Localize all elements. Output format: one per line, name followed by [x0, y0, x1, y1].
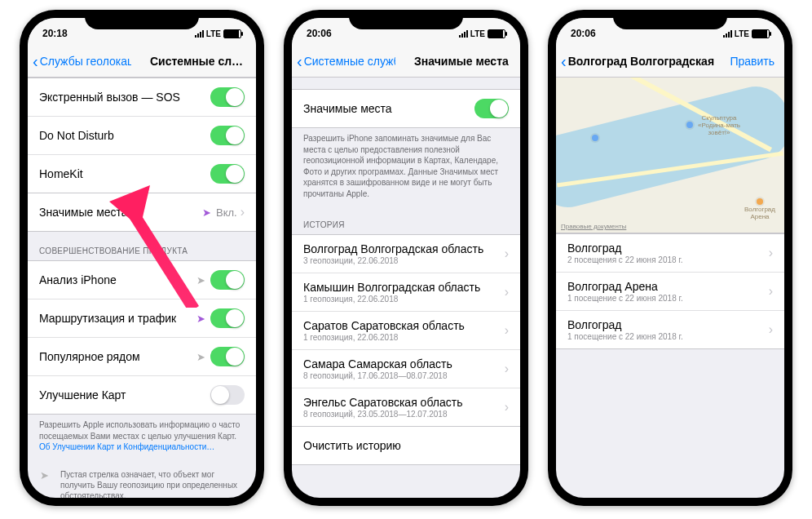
cell-label: Экстренный вызов — SOS: [39, 91, 210, 104]
cell-title: Камышин Волгоградская область: [303, 281, 505, 294]
cell-col: Энгельс Саратовская область 8 геопозиций…: [303, 393, 505, 422]
cell-title: Волгоград Арена: [567, 280, 769, 293]
chevron-right-icon: ›: [505, 285, 509, 299]
switch[interactable]: [474, 99, 509, 118]
group-clear: Очистить историю: [292, 426, 520, 465]
status-time: 20:06: [571, 28, 596, 39]
cell-col: Волгоград Арена 1 посещение с 22 июня 20…: [567, 277, 769, 306]
nav-bar: ‹ Службы геолокации Системные службы: [28, 46, 256, 78]
legend: ➤ Пустая стрелка означает, что объект мо…: [28, 459, 256, 499]
cell-label: HomeKit: [39, 167, 210, 180]
switch[interactable]: [210, 347, 245, 366]
cell-label: Популярное рядом: [39, 350, 196, 363]
cell-sub: 1 посещение с 22 июня 2018 г.: [567, 294, 769, 303]
cell-sub: 8 геопозиций, 23.05.2018—12.07.2018: [303, 410, 505, 419]
chevron-right-icon: ›: [769, 246, 773, 260]
cell-sub: 2 посещения с 22 июня 2018 г.: [567, 255, 769, 264]
back-button[interactable]: ‹ Волгоград Волгоградская о…: [561, 53, 714, 69]
footer-link[interactable]: Об Улучшении Карт и Конфиденциальности…: [39, 442, 214, 451]
row-history[interactable]: Самара Самарская область 8 геопозиций, 1…: [292, 350, 520, 388]
map-pin-blue[interactable]: [686, 122, 693, 128]
switch[interactable]: [210, 87, 245, 107]
screen: 20:06 LTE ‹ Волгоград Волгоградская о… П…: [556, 18, 784, 498]
cell-col: Самара Самарская область 8 геопозиций, 1…: [303, 354, 505, 384]
chevron-left-icon: ‹: [561, 53, 567, 69]
location-arrow-icon: ➤: [202, 206, 211, 219]
chevron-right-icon: ›: [241, 205, 245, 220]
row-toggle[interactable]: HomeKit: [28, 155, 256, 193]
cell-sub: 1 геопозиция, 22.06.2018: [303, 295, 505, 304]
map-poi-label: Скульптура «Родина-мать зовёт!»: [695, 115, 744, 136]
cell-label: Do Not Disturb: [39, 129, 210, 142]
switch[interactable]: [210, 126, 245, 145]
back-button[interactable]: ‹ Службы геолокации: [33, 53, 131, 69]
map[interactable]: Скульптура «Родина-мать зовёт!» Волгогра…: [556, 78, 784, 233]
row-toggle[interactable]: Маршрутизация и трафик ➤: [28, 299, 256, 338]
cell-sub: 1 геопозиция, 22.06.2018: [303, 333, 505, 342]
section-header: СОВЕРШЕНСТВОВАНИЕ ПРОДУКТА: [28, 232, 256, 260]
row-history[interactable]: Волгоград Волгоградская область 3 геопоз…: [292, 235, 520, 273]
group-toggle: Значимые места: [292, 89, 520, 128]
status-time: 20:18: [42, 28, 68, 39]
phone-1: 20:18 LTE ‹ Службы геолокации Системные …: [20, 10, 264, 506]
notch: [349, 10, 463, 29]
map-pin-orange[interactable]: [757, 198, 763, 205]
cell-title: Волгоград: [567, 318, 769, 331]
signal-icon: [723, 29, 732, 38]
switch[interactable]: [210, 385, 245, 405]
switch[interactable]: [210, 270, 245, 290]
chevron-left-icon: ‹: [33, 53, 38, 69]
row-significant-places[interactable]: Значимые места ➤ Вкл. ›: [28, 193, 256, 231]
row-place[interactable]: Волгоград Арена 1 посещение с 22 июня 20…: [556, 273, 784, 311]
cell-label: Маршрутизация и трафик: [39, 312, 196, 325]
phone-2: 20:06 LTE ‹ Системные службы Значимые ме…: [284, 10, 528, 506]
cell-label: Очистить историю: [303, 439, 509, 452]
content[interactable]: Значимые места Разрешить iPhone запомина…: [292, 78, 520, 498]
network-label: LTE: [470, 29, 485, 38]
group-system-toggles: Экстренный вызов — SOS Do Not Disturb Ho…: [28, 78, 256, 193]
chevron-left-icon: ‹: [297, 53, 302, 69]
legend-text: Пустая стрелка означает, что объект мог …: [60, 469, 245, 499]
row-toggle[interactable]: Анализ iPhone ➤: [28, 261, 256, 299]
signal-icon: [195, 29, 204, 38]
row-toggle[interactable]: Улучшение Карт: [28, 376, 256, 414]
row-history[interactable]: Саратов Саратовская область 1 геопозиция…: [292, 312, 520, 350]
location-arrow-icon: ➤: [196, 274, 205, 286]
row-toggle[interactable]: Do Not Disturb: [28, 117, 256, 155]
cell-label: Анализ iPhone: [39, 273, 196, 286]
section-footer: Разрешить Apple использовать информацию …: [28, 415, 256, 459]
battery-icon: [223, 29, 241, 38]
map-poi-label: Волгоград Арена: [735, 206, 784, 221]
row-clear-history[interactable]: Очистить историю: [292, 427, 520, 464]
row-toggle[interactable]: Популярное рядом ➤: [28, 338, 256, 376]
cell-title: Энгельс Саратовская область: [303, 396, 505, 409]
row-significant-toggle[interactable]: Значимые места: [292, 90, 520, 127]
row-place[interactable]: Волгоград 1 посещение с 22 июня 2018 г. …: [556, 311, 784, 348]
screen: 20:18 LTE ‹ Службы геолокации Системные …: [28, 18, 256, 498]
switch[interactable]: [210, 308, 245, 328]
status-right: LTE: [195, 29, 241, 38]
cell-title: Саратов Саратовская область: [303, 319, 505, 332]
map-pin-blue[interactable]: [592, 135, 598, 141]
location-arrow-icon: ➤: [39, 469, 49, 499]
cell-sub: 1 посещение с 22 июня 2018 г.: [567, 332, 769, 341]
cell-col: Саратов Саратовская область 1 геопозиция…: [303, 316, 505, 345]
chevron-right-icon: ›: [505, 400, 509, 415]
cell-col: Волгоград 1 посещение с 22 июня 2018 г.: [567, 315, 769, 344]
status-time: 20:06: [307, 28, 332, 39]
row-history[interactable]: Камышин Волгоградская область 1 геопозиц…: [292, 273, 520, 312]
section-header: ИСТОРИЯ: [292, 206, 520, 234]
content[interactable]: Скульптура «Родина-мать зовёт!» Волгогра…: [556, 78, 784, 498]
edit-button[interactable]: Править: [730, 55, 779, 68]
chevron-right-icon: ›: [505, 323, 509, 338]
content[interactable]: Экстренный вызов — SOS Do Not Disturb Ho…: [28, 78, 256, 498]
legend-row: ➤ Пустая стрелка означает, что объект мо…: [39, 466, 245, 499]
back-button[interactable]: ‹ Системные службы: [297, 53, 395, 69]
row-place[interactable]: Волгоград 2 посещения с 22 июня 2018 г. …: [556, 234, 784, 273]
row-history[interactable]: Энгельс Саратовская область 8 геопозиций…: [292, 388, 520, 426]
switch[interactable]: [210, 164, 245, 184]
map-legal-link[interactable]: Правовые документы: [561, 223, 626, 230]
phone-3: 20:06 LTE ‹ Волгоград Волгоградская о… П…: [548, 10, 792, 506]
row-toggle[interactable]: Экстренный вызов — SOS: [28, 78, 256, 117]
cell-col: Волгоград Волгоградская область 3 геопоз…: [303, 239, 505, 268]
